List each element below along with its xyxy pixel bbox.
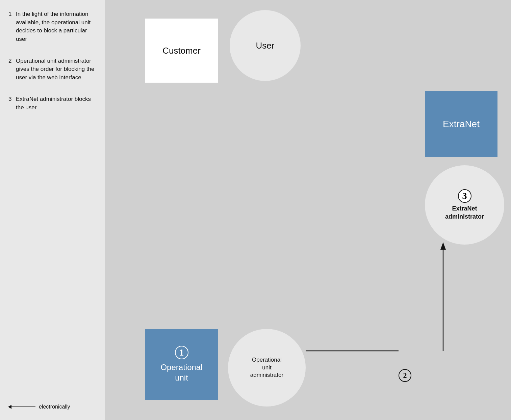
- extranet-shape: ExtraNet: [425, 91, 497, 157]
- step-2: 2 Operational unit administrator gives t…: [8, 57, 98, 82]
- sidebar: 1 In the light of the information availa…: [0, 0, 105, 420]
- legend: electronically: [8, 404, 98, 410]
- opunit-admin-shape: Operationalunitadministrator: [228, 329, 306, 407]
- legend-label: electronically: [39, 404, 70, 410]
- step-3: 3 ExtraNet administrator blocks the user: [8, 95, 98, 112]
- svg-marker-2: [440, 242, 446, 250]
- step-2-badge: 2: [399, 369, 411, 382]
- diagram-area: Customer User ExtraNet 3 ExtraNetadminis…: [105, 0, 511, 420]
- step-1: 1 In the light of the information availa…: [8, 10, 98, 44]
- customer-label: Customer: [162, 46, 201, 56]
- user-label: User: [256, 40, 275, 51]
- opunit-number: 1: [175, 346, 188, 359]
- user-shape: User: [230, 10, 301, 81]
- opunit-label: Operationalunit: [160, 362, 202, 383]
- extranet-admin-number: 3: [458, 189, 471, 203]
- extranet-admin-shape: 3 ExtraNetadministrator: [425, 165, 504, 245]
- arrow-left-icon: [8, 407, 35, 407]
- step-1-number: 1: [8, 10, 13, 44]
- customer-shape: Customer: [145, 19, 218, 83]
- opunit-shape: 1 Operationalunit: [145, 329, 218, 400]
- step-1-text: In the light of the information availabl…: [16, 10, 98, 44]
- step-2-text: Operational unit administrator gives the…: [16, 57, 98, 82]
- steps-list: 1 In the light of the information availa…: [8, 10, 98, 112]
- step-2-number: 2: [8, 57, 13, 82]
- step-3-text: ExtraNet administrator blocks the user: [16, 95, 98, 112]
- extranet-label: ExtraNet: [443, 119, 480, 130]
- extranet-admin-label: ExtraNetadministrator: [445, 205, 484, 221]
- step-3-number: 3: [8, 95, 13, 112]
- opunit-admin-label: Operationalunitadministrator: [250, 356, 283, 380]
